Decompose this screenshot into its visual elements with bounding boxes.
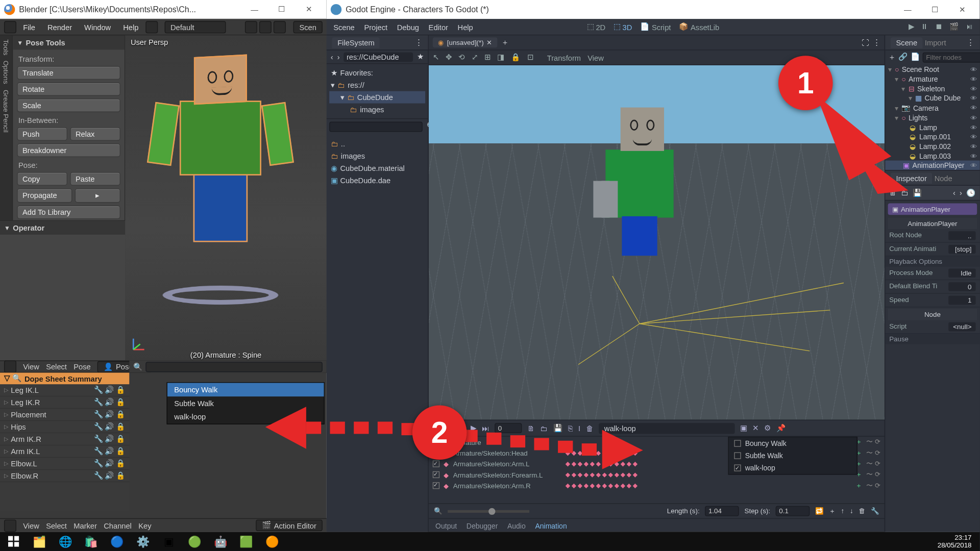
add-node-icon[interactable]: ＋	[888, 53, 896, 63]
menu-pose[interactable]: Pose	[74, 362, 90, 370]
paste-button[interactable]: Paste	[70, 172, 120, 186]
dope-channel[interactable]: ▷Arm IK.L🔧🔊🔒	[0, 445, 129, 458]
select-icon[interactable]: ↖	[433, 53, 439, 62]
blend-icon[interactable]: ✕	[752, 423, 758, 432]
snap-icon[interactable]: ⊞	[484, 53, 491, 62]
add-track-icon[interactable]: ＋	[829, 506, 836, 516]
chrome-icon[interactable]: 🌐	[56, 534, 75, 548]
local-icon[interactable]: ◨	[497, 53, 504, 62]
forward-icon[interactable]: ›	[337, 53, 340, 61]
system-tray[interactable]: 23:17 28/05/2018	[938, 534, 976, 548]
stop-icon[interactable]: ⏹	[935, 22, 943, 31]
inspector-path[interactable]: ▣ AnimationPlayer	[888, 204, 977, 215]
rotate-icon[interactable]: ⟲	[458, 53, 464, 62]
blender-taskbar-icon[interactable]: 🟠	[263, 534, 282, 548]
dope-channel[interactable]: ▷Elbow.L🔧🔊🔒	[0, 458, 129, 470]
tab-tools[interactable]: Tools	[3, 39, 10, 55]
dope-channel[interactable]: ▷Leg IK.L🔧🔊🔒	[0, 384, 129, 396]
pin-icon[interactable]: 📌	[776, 423, 786, 432]
minimize-icon[interactable]: —	[894, 3, 921, 16]
play-custom-icon[interactable]: ⏯	[966, 22, 973, 31]
delete-track-icon[interactable]: 🗑	[859, 507, 865, 515]
move-up-icon[interactable]: ↑	[841, 507, 845, 515]
dope-channel[interactable]: ▷Placement🔧🔊🔒	[0, 409, 129, 421]
maximize-icon[interactable]: ☐	[268, 3, 295, 16]
translate-button[interactable]: Translate	[17, 66, 120, 80]
godot-taskbar-icon[interactable]: 🤖	[211, 534, 230, 548]
dope-channel[interactable]: ▷Leg IK.R🔧🔊🔒	[0, 396, 129, 409]
godot-titlebar[interactable]: Godot Engine - Characters To Godot (*) —…	[327, 0, 980, 19]
dope-channel[interactable]: ▷Elbow.R🔧🔊🔒	[0, 470, 129, 482]
menu-select[interactable]: Select	[46, 521, 67, 530]
loop-icon[interactable]: 🔁	[815, 507, 823, 515]
tab-menu-icon[interactable]: ⋮	[873, 38, 880, 47]
editor-type-icon[interactable]	[4, 360, 16, 372]
dock-menu-icon[interactable]: ⋮	[415, 38, 423, 47]
section-pause[interactable]: Pause	[885, 334, 979, 344]
blender-viewport[interactable]: User Persp (20) Armature : Spine	[125, 35, 327, 360]
tab-node[interactable]: Node	[935, 174, 952, 182]
blend-time-field[interactable]: 0	[948, 282, 975, 291]
editor-type-icon[interactable]	[4, 21, 16, 33]
track-tools-icon[interactable]: 🔧	[871, 507, 879, 515]
filter-input[interactable]	[923, 53, 980, 63]
fs-path[interactable]: res://CubeDude	[344, 52, 413, 62]
dope-sheet-mode[interactable]: 🎬 Action Editor	[256, 519, 323, 531]
steam-icon[interactable]: ⚙️	[133, 534, 152, 548]
play-scene-icon[interactable]: 🎬	[949, 22, 959, 31]
breakdowner-button[interactable]: Breakdowner	[17, 143, 120, 157]
propagate-menu-icon[interactable]: ▸	[75, 188, 120, 203]
dock-menu-icon[interactable]: ⋮	[967, 38, 974, 47]
workspace-assetlib[interactable]: 📦 AssetLib	[679, 22, 719, 31]
menu-editor[interactable]: Editor	[429, 23, 448, 31]
anim-list-item[interactable]: walk-loop	[729, 462, 857, 474]
layout-select[interactable]: Default	[164, 21, 226, 33]
rotate-button[interactable]: Rotate	[17, 82, 120, 96]
menu-help[interactable]: Help	[118, 21, 144, 33]
store-icon[interactable]: 🛍️	[82, 534, 101, 548]
scene-node-scene-root[interactable]: ▾○Scene Root👁	[885, 65, 979, 74]
menu-debug[interactable]: Debug	[397, 23, 419, 31]
blender-titlebar[interactable]: Blender [C:\Users\Mikey\Documents\Repos\…	[0, 0, 327, 19]
zoom-icon[interactable]: 🔍	[434, 507, 442, 515]
propagate-button[interactable]: Propagate	[17, 188, 72, 203]
anim-track[interactable]: ◆Armature/Skeleton:Arm.R＋〜 ⟳	[429, 480, 885, 491]
rootnode-field[interactable]: ..	[948, 231, 975, 240]
filesystem-tab[interactable]: FileSystem	[332, 37, 380, 48]
app-icon[interactable]: ▣	[159, 534, 178, 548]
anim-list-item[interactable]: Subtle Walk	[729, 449, 857, 462]
length-input[interactable]	[705, 506, 739, 516]
scene-select[interactable]: Scen	[293, 21, 322, 33]
section-playback[interactable]: Playback Options	[885, 257, 979, 267]
scale-icon[interactable]: ⤢	[472, 53, 478, 62]
menu-key[interactable]: Key	[138, 521, 151, 530]
remove-layout-icon[interactable]	[259, 21, 272, 33]
move-down-icon[interactable]: ↓	[850, 507, 853, 515]
panel-header[interactable]: ▼Pose Tools	[13, 36, 125, 50]
maximize-icon[interactable]: ☐	[921, 3, 948, 16]
fs-search-input[interactable]	[329, 122, 423, 132]
scene-node-armature[interactable]: ▾○Armature👁	[885, 74, 979, 84]
close-icon[interactable]: ✕	[948, 3, 975, 16]
back-to-previous-icon[interactable]	[145, 21, 158, 33]
history-back-icon[interactable]: ‹	[953, 188, 955, 197]
relax-button[interactable]: Relax	[70, 127, 120, 141]
scale-button[interactable]: Scale	[17, 98, 120, 112]
tab-options[interactable]: Options	[3, 61, 10, 84]
minimize-icon[interactable]: —	[241, 3, 268, 16]
menu-help[interactable]: Help	[458, 23, 473, 31]
menu-view[interactable]: View	[23, 521, 39, 530]
close-icon[interactable]: ✕	[296, 3, 323, 16]
fs-thumbs[interactable]: 🗀.. 🗀images ◉CubeDube.material ▣CubeDude…	[327, 135, 428, 532]
back-icon[interactable]: ‹	[331, 53, 333, 61]
add-to-library-button[interactable]: Add To Library	[17, 206, 120, 219]
spotify-icon[interactable]: 🟢	[185, 534, 204, 548]
menu-project[interactable]: Project	[364, 23, 387, 31]
dope-channel[interactable]: ▷Arm IK.R🔧🔊🔒	[0, 433, 129, 445]
anim-list-item[interactable]: Bouncy Walk	[729, 437, 857, 449]
instance-icon[interactable]: 🔗	[898, 53, 908, 63]
file-explorer-icon[interactable]: 🗂️	[30, 534, 49, 548]
move-icon[interactable]: ✥	[446, 53, 452, 62]
distraction-free-icon[interactable]: ⛶	[862, 38, 869, 46]
tab-debugger[interactable]: Debugger	[467, 521, 498, 530]
